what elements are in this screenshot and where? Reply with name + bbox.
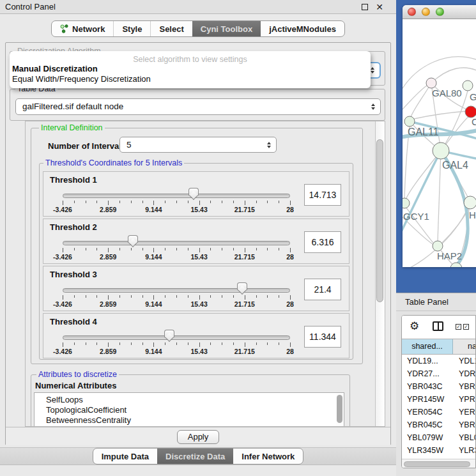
cyni-toolbox-panel: Discretization Algorithm Select algorith… — [5, 42, 391, 445]
threshold-value-field[interactable]: 21.4 — [304, 279, 341, 300]
table-data-value: galFiltered.sif default node — [22, 99, 123, 114]
popup-option[interactable]: Equal Width/Frequency Discretization — [10, 74, 371, 84]
tab-label: Impute Data — [102, 452, 149, 461]
threshold-value-field[interactable]: 14.713 — [304, 184, 341, 206]
network-node-hap2[interactable] — [433, 241, 443, 251]
network-node-gal11[interactable] — [404, 116, 415, 127]
minimize-traffic-light-icon[interactable] — [422, 8, 430, 16]
table-row[interactable]: YBL079WYBL0 — [402, 431, 476, 444]
network-node-gal4[interactable] — [433, 142, 449, 159]
attributes-group: Attributes to discretize Numerical Attri… — [31, 374, 350, 427]
cell: YLR345W — [402, 444, 453, 457]
table-horizontal-scrollbar[interactable] — [402, 459, 475, 468]
scale-label: 9.144 — [145, 300, 162, 308]
checkbox-icon[interactable] — [463, 324, 469, 330]
numerical-attributes-list: SelfLoopsTopologicalCoefficientBetweenne… — [34, 392, 344, 427]
scale-label: 2.859 — [100, 300, 116, 308]
slider-track[interactable] — [63, 194, 290, 198]
slider-thumb[interactable] — [188, 188, 199, 201]
tab-style[interactable]: Style — [113, 21, 150, 36]
table-scrollbar-thumb[interactable] — [404, 461, 470, 467]
table-row[interactable]: YBR045CYBR0 — [402, 418, 476, 431]
network-canvas[interactable]: GAL80GALCGAL11GAL4GCY1HHAP2 — [403, 19, 476, 267]
scale-label: 2.859 — [100, 206, 116, 213]
close-traffic-light-icon[interactable] — [408, 8, 416, 16]
cell: YER0 — [453, 406, 476, 418]
slider-track[interactable] — [63, 335, 290, 340]
threshold-panel: Threshold 3-3.4262.8599.14415.4321.71528… — [43, 266, 349, 311]
node-label: C — [472, 116, 476, 127]
cell: YPR1 — [453, 393, 476, 406]
popup-option[interactable]: Manual Discretization — [10, 64, 371, 74]
checkbox-icon[interactable] — [456, 324, 461, 330]
bottom-tab-strip: Impute DataDiscretize DataInfer Network — [0, 447, 396, 465]
scale-label: 28 — [286, 300, 294, 308]
slider-thumb[interactable] — [164, 330, 174, 342]
tab-discretize-data[interactable]: Discretize Data — [157, 449, 233, 464]
table-row[interactable]: YPR145WYPR1 — [402, 393, 476, 406]
tab-jactivemnodules[interactable]: jActiveMNodules — [261, 21, 344, 36]
combo-arrows-icon — [371, 67, 374, 73]
scale-label: 15.43 — [190, 253, 207, 261]
network-edge[interactable] — [411, 83, 431, 117]
tab-impute-data[interactable]: Impute Data — [93, 449, 157, 464]
attribute-list-item[interactable]: BetweennessCentrality — [35, 415, 344, 426]
cell: YBR0 — [453, 418, 476, 431]
network-window-frame: GAL80GALCGAL11GAL4GCY1HHAP2 — [396, 0, 476, 293]
slider-track[interactable] — [63, 288, 290, 293]
network-node-gal80[interactable] — [426, 78, 436, 88]
slider-thumb[interactable] — [237, 282, 247, 295]
table-row[interactable]: YLR345WYLR3 — [402, 444, 476, 457]
table-panel: Table Panel ⚙ shared... na YDL19...YDL1Y… — [396, 293, 476, 476]
close-icon[interactable]: ✕ — [376, 1, 383, 13]
network-edge[interactable] — [441, 91, 468, 151]
scale-label: 2.859 — [100, 348, 116, 355]
network-edge[interactable] — [406, 151, 441, 199]
root: Control Panel ✕ NetworkStyleSelectCyni T… — [0, 0, 476, 476]
panel-vertical-scrollbar[interactable] — [375, 121, 385, 426]
table-panel-title: Table Panel — [405, 297, 449, 307]
number-of-intervals-combobox[interactable]: 5 — [119, 137, 277, 153]
interval-definition-title: Interval Definition — [39, 123, 105, 132]
slider-thumb[interactable] — [128, 235, 138, 248]
float-window-icon[interactable] — [362, 4, 368, 10]
table-data-combobox[interactable]: galFiltered.sif default node — [15, 98, 381, 115]
network-node-h[interactable] — [464, 196, 476, 209]
slider-ticks — [63, 248, 290, 253]
table-row[interactable]: YER054CYER0 — [402, 406, 476, 418]
attributes-scrollbar-thumb[interactable] — [337, 395, 342, 423]
tab-select[interactable]: Select — [150, 21, 192, 36]
table-row[interactable]: YBR043CYBR0 — [402, 380, 476, 393]
tab-network[interactable]: Network — [52, 21, 113, 36]
attribute-list-item[interactable]: SelfLoops — [35, 395, 344, 405]
scale-label: 21.715 — [234, 348, 255, 355]
apply-button[interactable]: Apply — [177, 430, 219, 444]
attributes-scrollbar[interactable] — [336, 394, 343, 427]
attribute-list-item[interactable]: TopologicalCoefficient — [35, 405, 344, 415]
network-node-gcy1[interactable] — [403, 198, 410, 208]
table-row[interactable]: YDL19...YDL1 — [402, 355, 476, 367]
tab-cyni-toolbox[interactable]: Cyni Toolbox — [192, 21, 261, 36]
network-edge[interactable] — [403, 86, 427, 115]
tab-label: Discretize Data — [165, 452, 225, 461]
threshold-value-field[interactable]: 11.344 — [304, 326, 341, 348]
top-tab-bar: NetworkStyleSelectCyni ToolboxjActiveMNo… — [0, 20, 396, 38]
zoom-traffic-light-icon[interactable] — [436, 8, 444, 16]
threshold-label: Threshold 4 — [50, 317, 97, 326]
tab-label: Style — [122, 24, 142, 34]
scale-label: 15.43 — [190, 300, 207, 308]
split-view-icon[interactable] — [433, 321, 443, 331]
slider-track[interactable] — [63, 241, 290, 245]
threshold-value-field[interactable]: 6.316 — [304, 231, 341, 253]
scale-label: -3.426 — [53, 206, 72, 213]
table-row[interactable]: YDR27...YDR2 — [402, 367, 476, 380]
tab-infer-network[interactable]: Infer Network — [233, 449, 303, 464]
network-node-gal[interactable] — [463, 81, 473, 91]
gear-icon[interactable]: ⚙ — [410, 319, 419, 334]
tab-label: Network — [72, 24, 105, 34]
column-header-name[interactable]: na — [453, 339, 476, 354]
network-edge[interactable] — [438, 151, 441, 242]
slider-scale-labels: -3.4262.8599.14415.4321.71528 — [63, 348, 290, 357]
panel-scrollbar-thumb[interactable] — [376, 139, 383, 302]
column-header-shared-name[interactable]: shared... — [402, 339, 453, 354]
